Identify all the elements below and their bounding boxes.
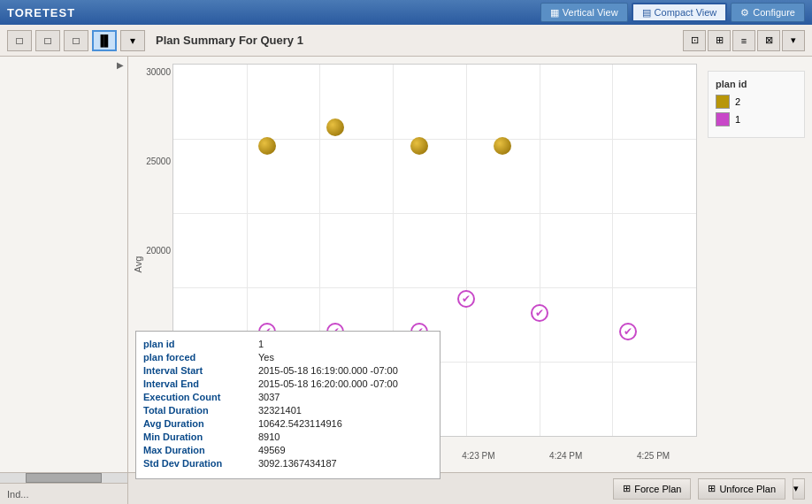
v-grid-5 [540, 65, 540, 436]
toolbar-btn-1[interactable]: □ [7, 30, 32, 51]
toolbar-btn-chart[interactable]: ▐▌ [92, 30, 117, 51]
info-label-max-dur: Max Duration [143, 445, 258, 455]
y-val-20000: 20000 [146, 246, 171, 256]
purple-dot-4[interactable]: ✔ [457, 290, 475, 308]
more-btn[interactable]: ▾ [782, 30, 805, 51]
info-row-interval-start: Interval Start 2015-05-18 16:19:00.000 -… [143, 365, 433, 376]
info-label-interval-start: Interval Start [143, 365, 258, 376]
legend-label-2: 2 [735, 96, 740, 107]
info-label-plan-id: plan id [143, 339, 258, 349]
gold-dot-1[interactable] [258, 137, 276, 155]
info-value-exec-count: 3037 [258, 392, 280, 402]
toolbar-btn-dropdown[interactable]: ▾ [120, 30, 145, 51]
force-plan-icon: ⊞ [623, 483, 631, 494]
plan-title: Plan Summary For Query 1 [156, 34, 303, 47]
zoom-cols-btn[interactable]: ≡ [732, 30, 755, 51]
info-value-avg-dur: 10642.5423114916 [258, 418, 342, 429]
sidebar-bottom-label: Ind... [0, 483, 127, 504]
info-value-total-dur: 32321401 [258, 405, 302, 416]
y-val-25000: 25000 [146, 157, 171, 166]
title-bar: TORETEST ▦ Vertical View ▤ Compact View … [0, 0, 812, 25]
configure-icon: ⚙ [740, 7, 749, 19]
zoom-fit-btn[interactable]: ⊡ [683, 30, 706, 51]
sidebar-scrollbar-thumb [26, 473, 102, 483]
toolbar: □ □ □ ▐▌ ▾ Plan Summary For Query 1 ⊡ ⊞ … [0, 25, 812, 57]
info-value-max-dur: 49569 [258, 445, 286, 455]
expand-btn[interactable]: ⊠ [757, 30, 780, 51]
toolbar-btn-2[interactable]: □ [35, 30, 60, 51]
gold-dot-4[interactable] [494, 137, 511, 155]
grid-line-3 [173, 287, 696, 288]
main-layout: ▶ Ind... plan id 1 plan forced Yes Inter… [0, 57, 812, 504]
zoom-rows-btn[interactable]: ⊞ [708, 30, 731, 51]
info-value-std-dev: 3092.1367434187 [258, 458, 337, 469]
info-row-max-dur: Max Duration 49569 [143, 445, 433, 455]
compact-view-btn[interactable]: ▤ Compact View [632, 3, 728, 22]
legend-item-2: 2 [716, 95, 797, 109]
purple-dot-5[interactable]: ✔ [531, 304, 548, 322]
info-value-plan-id: 1 [258, 339, 264, 349]
v-grid-4 [466, 65, 467, 436]
purple-dot-6[interactable]: ✔ [619, 323, 637, 340]
vertical-view-icon: ▦ [550, 7, 559, 19]
info-row-plan-id: plan id 1 [143, 339, 433, 349]
x-val-424: 4:24 PM [549, 451, 582, 461]
info-row-avg-dur: Avg Duration 10642.5423114916 [143, 418, 433, 429]
x-val-425: 4:25 PM [637, 451, 670, 461]
y-val-30000: 30000 [146, 67, 171, 77]
grid-line-1 [173, 139, 696, 140]
left-sidebar: ▶ Ind... [0, 57, 128, 504]
gold-dot-2[interactable] [326, 118, 344, 136]
toolbar-right-buttons: ⊡ ⊞ ≡ ⊠ ▾ [683, 30, 805, 51]
info-row-std-dev: Std Dev Duration 3092.1367434187 [143, 458, 433, 469]
unforce-plan-icon: ⊞ [708, 483, 716, 494]
info-label-plan-forced: plan forced [143, 352, 258, 363]
app-title: TORETEST [7, 6, 75, 19]
info-label-std-dev: Std Dev Duration [143, 458, 258, 469]
info-label-exec-count: Execution Count [143, 392, 258, 402]
info-panel: plan id 1 plan forced Yes Interval Start… [135, 331, 440, 479]
info-value-interval-end: 2015-05-18 16:20:00.000 -07:00 [258, 378, 398, 389]
legend-swatch-gold [716, 95, 730, 109]
legend-label-1: 1 [735, 114, 740, 125]
unforce-plan-button[interactable]: ⊞ Unforce Plan [698, 478, 785, 500]
force-plan-button[interactable]: ⊞ Force Plan [613, 478, 691, 500]
compact-view-icon: ▤ [642, 7, 651, 19]
legend-item-1: 1 [716, 112, 797, 126]
sidebar-scrollbar[interactable] [0, 472, 127, 483]
info-row-min-dur: Min Duration 8910 [143, 431, 433, 442]
view-buttons: ▦ Vertical View ▤ Compact View ⚙ Configu… [540, 3, 805, 22]
info-value-interval-start: 2015-05-18 16:19:00.000 -07:00 [258, 365, 398, 376]
unforce-plan-label: Unforce Plan [719, 484, 776, 494]
info-label-total-dur: Total Duration [143, 405, 258, 416]
info-row-plan-forced: plan forced Yes [143, 352, 433, 363]
toolbar-btn-3[interactable]: □ [64, 30, 88, 51]
sidebar-collapse-arrow[interactable]: ▶ [117, 60, 124, 70]
info-row-interval-end: Interval End 2015-05-18 16:20:00.000 -07… [143, 378, 433, 389]
info-row-exec-count: Execution Count 3037 [143, 392, 433, 402]
configure-btn[interactable]: ⚙ Configure [731, 3, 805, 22]
force-plan-label: Force Plan [634, 484, 681, 494]
info-value-plan-forced: Yes [258, 352, 274, 363]
info-label-min-dur: Min Duration [143, 431, 258, 442]
x-val-423: 4:23 PM [462, 451, 494, 461]
vertical-view-btn[interactable]: ▦ Vertical View [540, 3, 628, 22]
info-label-avg-dur: Avg Duration [143, 418, 258, 429]
v-grid-6 [612, 65, 613, 436]
legend-swatch-purple [716, 112, 730, 126]
grid-line-2 [173, 213, 696, 214]
info-label-interval-end: Interval End [143, 378, 258, 389]
bottom-bar-more-btn[interactable]: ▾ [793, 478, 805, 500]
info-value-min-dur: 8910 [258, 431, 280, 442]
sidebar-content: ▶ [0, 57, 127, 472]
chart-area: plan id 1 plan forced Yes Interval Start… [128, 57, 812, 504]
chart-legend: plan id 2 1 [708, 71, 805, 138]
legend-title: plan id [716, 79, 797, 89]
info-row-total-dur: Total Duration 32321401 [143, 405, 433, 416]
gold-dot-3[interactable] [410, 137, 428, 155]
